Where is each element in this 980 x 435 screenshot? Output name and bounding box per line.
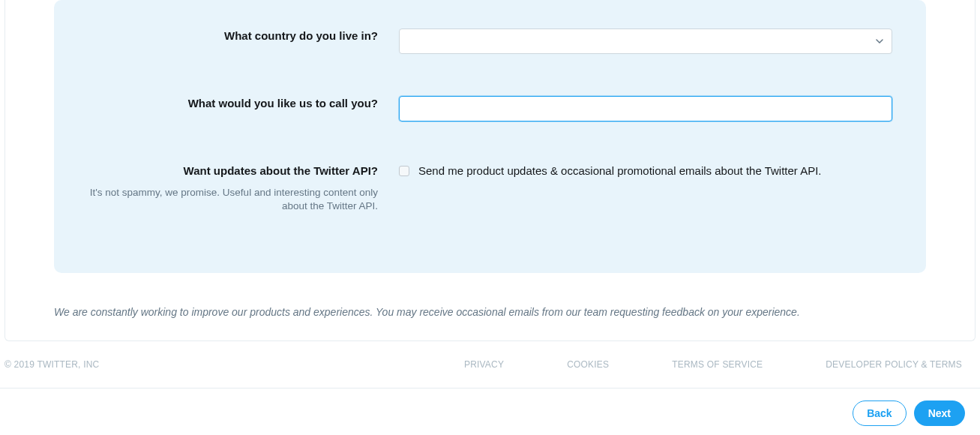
form-panel: What country do you live in?	[54, 0, 926, 273]
page-footer: © 2019 TWITTER, INC PRIVACY COOKIES TERM…	[0, 341, 980, 388]
feedback-disclaimer: We are constantly working to improve our…	[54, 306, 926, 318]
action-bar: Back Next	[0, 388, 980, 435]
row-country: What country do you live in?	[84, 28, 896, 54]
updates-question: Want updates about the Twitter API?	[84, 164, 378, 178]
name-input[interactable]	[399, 96, 892, 122]
footer-link-dev-policy[interactable]: DEVELOPER POLICY & TERMS	[826, 359, 962, 370]
back-button[interactable]: Back	[853, 400, 906, 426]
updates-option: Send me product updates & occasional pro…	[399, 164, 892, 177]
row-updates: Want updates about the Twitter API? It's…	[84, 164, 896, 213]
country-question: What country do you live in?	[84, 28, 378, 44]
next-button[interactable]: Next	[914, 400, 965, 426]
footer-link-privacy[interactable]: PRIVACY	[464, 359, 504, 370]
name-question: What would you like us to call you?	[84, 96, 378, 111]
row-name: What would you like us to call you?	[84, 96, 896, 122]
updates-option-label: Send me product updates & occasional pro…	[418, 164, 822, 177]
country-select[interactable]	[399, 28, 892, 54]
footer-copyright: © 2019 TWITTER, INC	[4, 359, 99, 370]
country-select-wrap	[399, 28, 892, 54]
footer-link-cookies[interactable]: COOKIES	[567, 359, 609, 370]
footer-link-terms[interactable]: TERMS OF SERVICE	[672, 359, 763, 370]
updates-help: It's not spammy, we promise. Useful and …	[84, 186, 378, 213]
form-panel-wrap: What country do you live in?	[4, 0, 976, 341]
footer-links: PRIVACY COOKIES TERMS OF SERVICE DEVELOP…	[464, 359, 962, 370]
updates-checkbox[interactable]	[399, 166, 409, 176]
